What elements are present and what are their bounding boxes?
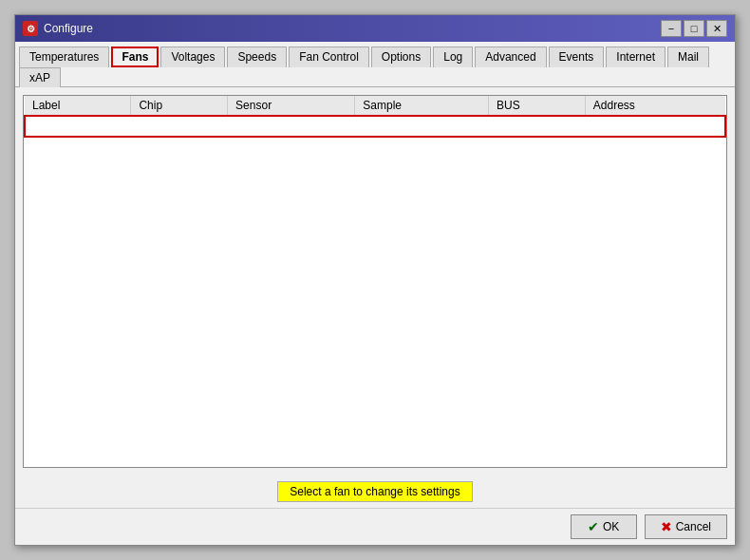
tab-events[interactable]: Events [549, 47, 605, 67]
app-icon: ⚙ [23, 21, 38, 36]
tab-fan-control[interactable]: Fan Control [289, 47, 369, 67]
check-icon: ✔ [588, 519, 599, 534]
status-message: Select a fan to change its settings [277, 481, 472, 502]
col-bus: BUS [489, 96, 586, 116]
ok-button[interactable]: ✔ OK [571, 514, 637, 539]
window-title: Configure [44, 22, 93, 35]
minimize-button[interactable]: − [661, 20, 682, 37]
title-bar: ⚙ Configure − □ ✕ [15, 15, 735, 42]
ok-label: OK [603, 520, 619, 533]
content-area: Label Chip Sensor Sample BUS Address [15, 87, 735, 476]
fans-table: Label Chip Sensor Sample BUS Address [24, 96, 726, 138]
tab-fans[interactable]: Fans [111, 47, 159, 67]
fans-table-container[interactable]: Label Chip Sensor Sample BUS Address [23, 95, 727, 468]
col-label: Label [25, 96, 131, 116]
x-icon: ✖ [661, 519, 672, 534]
title-bar-left: ⚙ Configure [23, 21, 93, 36]
tab-advanced[interactable]: Advanced [475, 47, 546, 67]
tab-internet[interactable]: Internet [606, 47, 666, 67]
configure-window: ⚙ Configure − □ ✕ Temperatures Fans Volt… [14, 14, 736, 546]
tab-mail[interactable]: Mail [667, 47, 709, 67]
cancel-button[interactable]: ✖ Cancel [645, 514, 727, 539]
tabs-bar: Temperatures Fans Voltages Speeds Fan Co… [15, 42, 735, 87]
maximize-button[interactable]: □ [684, 20, 704, 37]
footer: ✔ OK ✖ Cancel [15, 508, 735, 545]
col-chip: Chip [131, 96, 228, 116]
close-button[interactable]: ✕ [706, 20, 727, 37]
col-sample: Sample [355, 96, 489, 116]
cancel-label: Cancel [676, 520, 711, 533]
tab-options[interactable]: Options [371, 47, 431, 67]
title-bar-controls: − □ ✕ [661, 20, 727, 37]
status-bar: Select a fan to change its settings [15, 476, 735, 508]
col-address: Address [585, 96, 725, 116]
tab-voltages[interactable]: Voltages [160, 47, 225, 67]
tab-temperatures[interactable]: Temperatures [19, 47, 109, 67]
tab-speeds[interactable]: Speeds [227, 47, 287, 67]
col-sensor: Sensor [228, 96, 355, 116]
table-row-selected[interactable] [25, 116, 725, 137]
tab-xap[interactable]: xAP [19, 67, 61, 87]
table-header-row: Label Chip Sensor Sample BUS Address [25, 96, 725, 116]
tab-log[interactable]: Log [433, 47, 473, 67]
